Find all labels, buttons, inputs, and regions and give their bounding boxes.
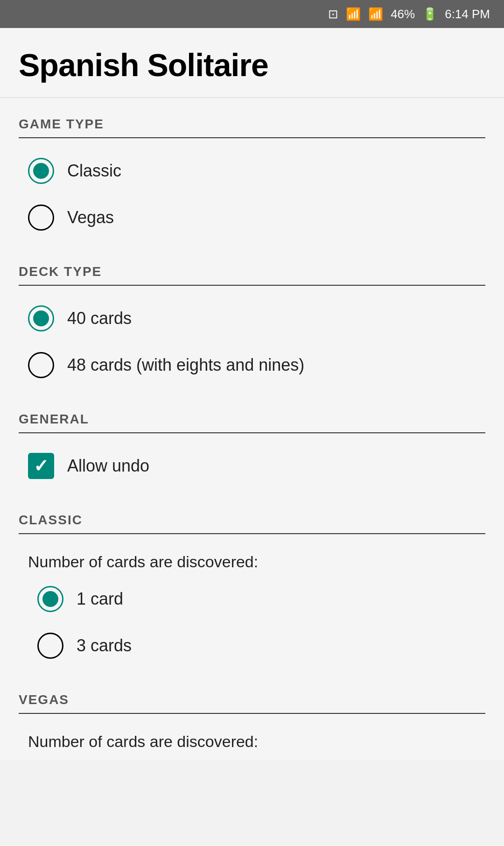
classic-divider [19,533,485,534]
radio-vegas[interactable]: Vegas [19,194,485,241]
radio-inner-1card [42,591,58,607]
checkbox-label-allow-undo: Allow undo [67,456,149,476]
app-header: Spanish Solitaire [0,28,504,98]
checkbox-allow-undo[interactable]: ✓ Allow undo [19,443,485,489]
battery-percent: 46% [391,7,415,21]
vibrate-icon: ⊡ [328,7,338,21]
radio-1card[interactable]: 1 card [19,576,485,622]
battery-icon: 🔋 [422,7,437,21]
general-divider [19,432,485,433]
deck-type-section: DECK TYPE 40 cards 48 cards (with eights… [0,246,504,393]
vegas-divider [19,713,485,714]
radio-circle-40cards [28,305,54,331]
general-section: GENERAL ✓ Allow undo [0,393,504,494]
radio-circle-48cards [28,352,54,378]
game-type-label: GAME TYPE [19,117,485,132]
radio-3cards[interactable]: 3 cards [19,622,485,669]
radio-label-classic: Classic [67,161,121,181]
page-title: Spanish Solitaire [19,47,485,83]
radio-inner-classic [33,163,49,179]
radio-circle-1card [37,586,63,612]
classic-section: CLASSIC Number of cards are discovered: … [0,494,504,674]
radio-circle-vegas [28,204,54,231]
game-type-section: GAME TYPE Classic Vegas [0,98,504,246]
classic-label: CLASSIC [19,513,485,528]
radio-label-3cards: 3 cards [77,636,132,656]
clock: 6:14 PM [445,7,490,21]
deck-type-divider [19,285,485,286]
radio-classic[interactable]: Classic [19,148,485,194]
radio-48cards[interactable]: 48 cards (with eights and nines) [19,342,485,388]
radio-circle-3cards [37,633,63,659]
checkbox-box-allow-undo: ✓ [28,453,54,479]
status-bar: ⊡ 📶 📶 46% 🔋 6:14 PM [0,0,504,28]
wifi-icon: 📶 [346,7,361,21]
radio-label-vegas: Vegas [67,208,114,227]
radio-inner-40cards [33,310,49,326]
settings-content: GAME TYPE Classic Vegas DECK TYPE 40 car… [0,98,504,760]
radio-label-48cards: 48 cards (with eights and nines) [67,355,304,375]
radio-label-40cards: 40 cards [67,309,132,328]
vegas-section: VEGAS Number of cards are discovered: [0,674,504,760]
signal-icon: 📶 [368,7,383,21]
game-type-divider [19,137,485,138]
classic-sub-label: Number of cards are discovered: [19,543,485,576]
radio-label-1card: 1 card [77,589,123,609]
deck-type-label: DECK TYPE [19,264,485,279]
radio-circle-classic [28,158,54,184]
general-label: GENERAL [19,412,485,427]
checkmark-icon: ✓ [34,457,49,475]
vegas-label: VEGAS [19,692,485,707]
vegas-sub-label: Number of cards are discovered: [19,723,485,755]
radio-40cards[interactable]: 40 cards [19,295,485,342]
